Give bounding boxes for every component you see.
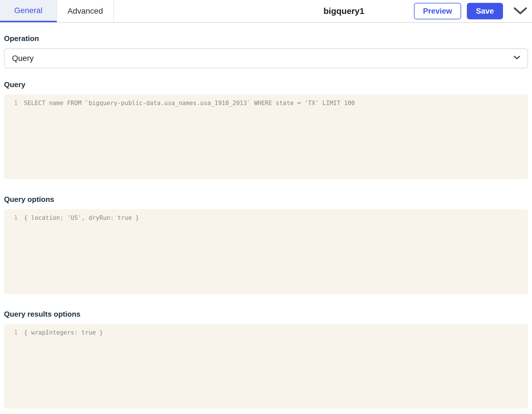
- tab-general-label: General: [14, 6, 43, 15]
- query-options-code-text: { location: 'US', dryRun: true }: [24, 213, 139, 222]
- operation-label: Operation: [4, 34, 528, 43]
- tab-general[interactable]: General: [0, 0, 57, 22]
- line-number: 1: [4, 99, 18, 108]
- code-line: 1 { wrapIntegers: true }: [4, 328, 528, 337]
- chevron-down-icon: [514, 7, 527, 15]
- line-number: 1: [4, 328, 18, 337]
- query-code-editor[interactable]: 1 SELECT name FROM `bigquery-public-data…: [4, 95, 528, 179]
- code-line: 1 SELECT name FROM `bigquery-public-data…: [4, 99, 528, 108]
- query-label: Query: [4, 80, 528, 89]
- tab-advanced-label: Advanced: [67, 7, 103, 16]
- line-number: 1: [4, 213, 18, 222]
- more-options-button[interactable]: [513, 3, 527, 19]
- query-results-options-code-text: { wrapIntegers: true }: [24, 328, 103, 337]
- operation-select[interactable]: Query: [4, 48, 528, 68]
- code-line: 1 { location: 'US', dryRun: true }: [4, 213, 528, 222]
- chevron-down-icon: [514, 56, 520, 61]
- operation-select-value: Query: [12, 54, 514, 63]
- header-actions: Preview Save: [414, 0, 527, 22]
- query-results-options-code-editor[interactable]: 1 { wrapIntegers: true }: [4, 324, 528, 409]
- query-results-options-label: Query results options: [4, 310, 528, 318]
- query-code-text: SELECT name FROM `bigquery-public-data.u…: [24, 99, 355, 108]
- query-editor-header: General Advanced bigquery1 Preview Save: [0, 0, 532, 23]
- save-button[interactable]: Save: [467, 3, 503, 19]
- preview-button[interactable]: Preview: [414, 3, 461, 19]
- query-name-title: bigquery1: [323, 0, 364, 22]
- tab-advanced[interactable]: Advanced: [57, 0, 114, 22]
- query-options-code-editor[interactable]: 1 { location: 'US', dryRun: true }: [4, 209, 528, 294]
- query-options-label: Query options: [4, 195, 528, 204]
- query-form: Operation Query Query 1 SELECT name FROM…: [0, 34, 532, 409]
